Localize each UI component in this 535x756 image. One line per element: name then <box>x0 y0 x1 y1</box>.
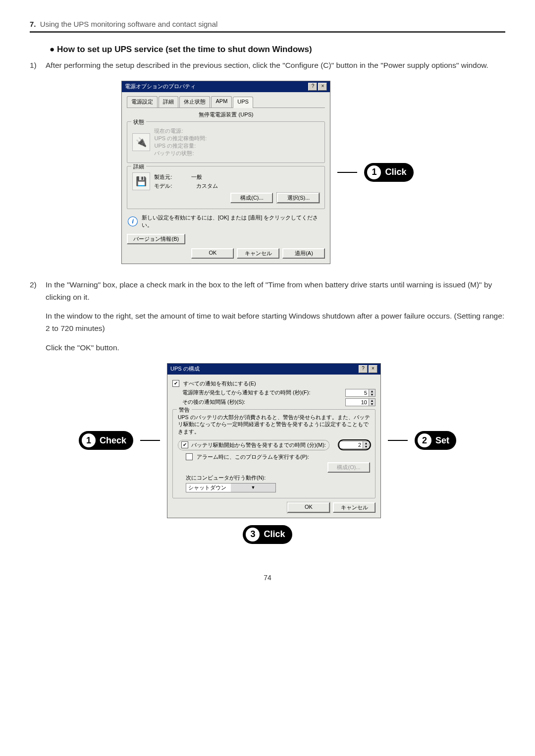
alarm-configure-button: 構成(O)... <box>327 462 370 473</box>
configure-button[interactable]: 構成(C)... <box>230 193 273 203</box>
interval-value <box>345 398 369 406</box>
callout-1-label: Click <box>385 167 406 177</box>
callout-3-label: Click <box>264 529 285 540</box>
chapter-line: 7. Using the UPS monitoring software and… <box>30 20 505 28</box>
callout-set-number: 2 <box>417 432 432 448</box>
tabs: 電源設定 詳細 休止状態 APM UPS <box>127 96 325 108</box>
interval-spinner[interactable]: ▲▼ <box>345 398 375 406</box>
figure-2: 1 Check UPS の構成 ? × ✔ すべての通知を有効にする(E) 電源… <box>30 363 505 518</box>
figure-1: 電源オプションのプロパティ ? × 電源設定 詳細 休止状態 APM UPS 無… <box>30 81 505 264</box>
callout-leader-1 <box>337 172 357 173</box>
next-action-select[interactable]: シャットダウン ▼ <box>186 483 276 492</box>
next-action-value: シャットダウン <box>186 484 231 492</box>
status-line-2: UPS の推定稼働時間: <box>154 135 207 142</box>
alarm-prog-label: アラーム時に、このプログラムを実行する(P): <box>197 453 309 461</box>
step-2-number: 2) <box>30 279 41 354</box>
info-text: 新しい設定を有効にするには、[OK] または [適用] をクリックしてください。 <box>142 214 324 229</box>
status-legend: 状態 <box>131 118 146 126</box>
help-button-2[interactable]: ? <box>359 365 368 373</box>
alarm-prog-checkbox[interactable] <box>186 453 193 460</box>
detail-group: 詳細 💾 製造元: 一般 モデル: カスタム <box>127 166 325 209</box>
warn-time-spinner[interactable]: ▲▼ <box>339 440 370 449</box>
callout-leader-2 <box>140 440 160 441</box>
warn-time-checkbox[interactable]: ✔ <box>181 441 188 448</box>
callout-leader-3 <box>388 440 408 441</box>
step-1-number: 1) <box>30 59 41 72</box>
callout-3-number: 3 <box>245 527 261 542</box>
section-heading: ● How to set up UPS service (set the tim… <box>50 45 505 54</box>
dialog2-titlebar: UPS の構成 ? × <box>167 364 380 375</box>
cancel-button-2[interactable]: キャンセル <box>333 502 375 513</box>
close-button-2[interactable]: × <box>369 365 377 373</box>
callout-set: 2 Set <box>415 431 456 450</box>
callout-click-3: 3 Click <box>243 525 292 544</box>
warn-time-label: バッテリ駆動開始から警告を発するまでの時間 (分)(M): <box>191 441 326 449</box>
step-2c-text: Click the "OK" button. <box>46 342 505 354</box>
step-2-text: In the "Warning" box, place a check mark… <box>46 279 505 304</box>
status-line-1: 現在の電源: <box>154 127 207 135</box>
cancel-button[interactable]: キャンセル <box>237 248 279 259</box>
tab-apm[interactable]: APM <box>211 96 232 108</box>
close-button[interactable]: × <box>318 83 327 91</box>
next-action-label: 次にコンピュータが行う動作(N): <box>186 474 266 482</box>
enable-notif-checkbox[interactable]: ✔ <box>172 380 179 387</box>
callout-check: 1 Check <box>79 431 133 450</box>
dialog2-title: UPS の構成 <box>170 365 200 373</box>
fail-delay-value <box>345 389 369 397</box>
version-button[interactable]: バージョン情報(B) <box>127 234 185 244</box>
warning-group: 警告 UPS のバッテリの大部分が消費されると、警告が発せられます。また、バッテ… <box>172 409 375 498</box>
maker-label: 製造元: <box>154 173 172 181</box>
detail-legend: 詳細 <box>131 163 146 170</box>
apply-button[interactable]: 適用(A) <box>282 248 325 259</box>
tab-power[interactable]: 電源設定 <box>127 96 158 108</box>
ok-button[interactable]: OK <box>191 248 234 259</box>
callout-set-label: Set <box>435 435 449 446</box>
model-label: モデル: <box>154 182 172 190</box>
enable-notif-label: すべての通知を有効にする(E) <box>183 380 256 387</box>
plug-icon: 🔌 <box>132 133 150 151</box>
step-1-text: After performing the setup described in … <box>46 59 505 72</box>
tab-ups[interactable]: UPS <box>233 97 253 108</box>
power-options-dialog: 電源オプションのプロパティ ? × 電源設定 詳細 休止状態 APM UPS 無… <box>121 81 330 264</box>
info-icon: i <box>128 216 138 226</box>
chevron-down-icon: ▼ <box>231 484 275 492</box>
callout-1-number: 1 <box>366 164 382 180</box>
chapter-title: Using the UPS monitoring software and co… <box>40 20 218 28</box>
warning-legend: 警告 <box>177 406 192 414</box>
help-button[interactable]: ? <box>308 83 317 91</box>
step-2b-text: In the window to the right, set the amou… <box>46 310 505 335</box>
page-number: 74 <box>30 574 505 582</box>
ok-button-2[interactable]: OK <box>287 502 330 513</box>
status-line-3: UPS の推定容量: <box>154 142 207 150</box>
callout-1-click: 1 Click <box>364 163 413 182</box>
status-group: 状態 🔌 現在の電源: UPS の推定稼働時間: UPS の推定容量: バッテリ… <box>127 121 325 163</box>
divider <box>30 31 505 33</box>
dialog1-titlebar: 電源オプションのプロパティ ? × <box>122 81 330 92</box>
chapter-number: 7. <box>30 20 36 28</box>
callout-check-number: 1 <box>81 432 97 448</box>
tab-detail[interactable]: 詳細 <box>159 96 178 108</box>
tab-hibernate[interactable]: 休止状態 <box>179 96 210 108</box>
interval-label: その後の通知間隔 (秒)(S): <box>182 398 245 406</box>
warn-time-value <box>339 441 363 449</box>
maker-value: 一般 <box>191 173 202 181</box>
warning-desc: UPS のバッテリの大部分が消費されると、警告が発せられます。また、バッテリ駆動… <box>178 414 370 435</box>
dialog1-title: 電源オプションのプロパティ <box>125 83 196 90</box>
select-button[interactable]: 選択(S)... <box>277 193 320 203</box>
step-1: 1) After performing the setup described … <box>30 59 505 72</box>
fail-delay-spinner[interactable]: ▲▼ <box>345 389 375 397</box>
group1-title: 無停電電源装置 (UPS) <box>127 111 325 118</box>
step-2: 2) In the "Warning" box, place a check m… <box>30 279 505 354</box>
callout-check-label: Check <box>100 435 126 446</box>
model-value: カスタム <box>196 182 218 190</box>
status-line-4: バッテリの状態: <box>154 150 207 157</box>
ups-config-dialog: UPS の構成 ? × ✔ すべての通知を有効にする(E) 電源障害が発生してか… <box>167 363 381 518</box>
ups-icon: 💾 <box>132 172 150 190</box>
fail-delay-label: 電源障害が発生してから通知するまでの時間 (秒)(F): <box>182 389 310 396</box>
